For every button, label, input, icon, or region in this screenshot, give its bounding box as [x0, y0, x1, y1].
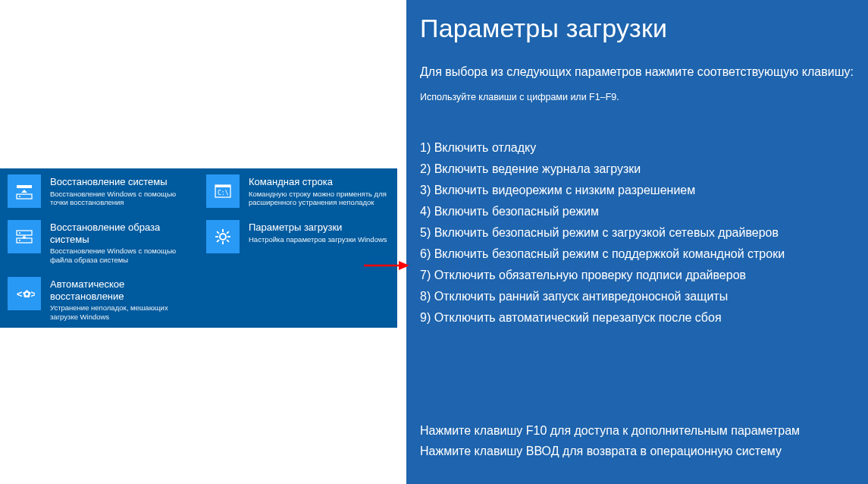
svg-rect-16: [226, 239, 229, 242]
tile-title: Командная строка: [249, 176, 390, 188]
svg-rect-14: [227, 236, 230, 237]
option-1[interactable]: 1) Включить отладку: [420, 137, 868, 159]
arrow-annotation: [364, 258, 409, 276]
svg-text:<✿>: <✿>: [17, 288, 35, 300]
svg-rect-4: [215, 185, 230, 187]
option-5[interactable]: 5) Включить безопасный режим с загрузкой…: [420, 222, 868, 244]
svg-rect-11: [222, 229, 224, 232]
option-8[interactable]: 8) Отключить ранний запуск антивредоносн…: [420, 286, 868, 307]
svg-point-10: [220, 234, 226, 240]
tile-title: Автоматическое восстановление: [50, 278, 191, 302]
tile-title: Восстановление образа системы: [50, 222, 191, 245]
svg-rect-13: [215, 236, 218, 237]
tile-desc: Командную строку можно применять для рас…: [249, 190, 390, 208]
svg-text:C:\: C:\: [218, 190, 229, 196]
svg-rect-18: [216, 239, 219, 242]
footer-instructions: Нажмите клавишу F10 для доступа к дополн…: [420, 420, 800, 461]
system-restore-icon: [8, 174, 41, 208]
tile-command-prompt[interactable]: C:\ Командная строка Командную строку мо…: [199, 168, 397, 214]
svg-point-9: [19, 240, 20, 241]
svg-point-8: [19, 232, 20, 234]
footer-enter: Нажмите клавишу ВВОД для возврата в опер…: [420, 441, 800, 461]
tile-desc: Настройка параметров загрузки Windows: [249, 235, 390, 244]
svg-rect-15: [216, 231, 219, 234]
svg-point-2: [19, 196, 20, 197]
tile-automatic-repair[interactable]: <✿> Автоматическое восстановление Устран…: [0, 271, 199, 328]
option-6[interactable]: 6) Включить безопасный режим с поддержко…: [420, 244, 868, 265]
option-4[interactable]: 4) Включить безопасный режим: [420, 201, 868, 222]
tile-title: Восстановление системы: [50, 176, 191, 188]
startup-settings-screen: Параметры загрузки Для выбора из следующ…: [406, 0, 868, 484]
svg-rect-1: [17, 185, 32, 188]
svg-marker-21: [399, 261, 409, 270]
footer-f10: Нажмите клавишу F10 для доступа к дополн…: [420, 420, 800, 441]
svg-rect-12: [222, 241, 224, 244]
tile-system-restore[interactable]: Восстановление системы Восстановление Wi…: [0, 168, 199, 214]
automatic-repair-icon: <✿>: [8, 277, 41, 310]
option-2[interactable]: 2) Включить ведение журнала загрузки: [420, 159, 868, 180]
system-image-recovery-icon: [8, 220, 41, 253]
option-3[interactable]: 3) Включить видеорежим с низким разрешен…: [420, 180, 868, 201]
tile-title: Параметры загрузки: [249, 222, 390, 234]
page-title: Параметры загрузки: [420, 14, 868, 43]
tile-desc: Устранение неполадок, мешающих загрузке …: [50, 303, 191, 322]
page-subtitle: Для выбора из следующих параметров нажми…: [420, 63, 868, 81]
option-7[interactable]: 7) Отключить обязательную проверку подпи…: [420, 265, 868, 286]
options-list: 1) Включить отладку 2) Включить ведение …: [420, 137, 868, 328]
page-hint: Используйте клавиши с цифрами или F1–F9.: [420, 92, 868, 102]
advanced-options-panel: Восстановление системы Восстановление Wi…: [0, 168, 397, 328]
startup-settings-icon: [206, 220, 240, 253]
tile-desc: Восстановление Windows с помощью точки в…: [50, 190, 191, 208]
tile-desc: Восстановление Windows с помощью файла о…: [50, 247, 191, 265]
tile-system-image-recovery[interactable]: Восстановление образа системы Восстановл…: [0, 214, 199, 271]
command-prompt-icon: C:\: [206, 174, 240, 208]
svg-rect-17: [226, 231, 229, 234]
option-9[interactable]: 9) Отключить автоматический перезапуск п…: [420, 307, 868, 328]
